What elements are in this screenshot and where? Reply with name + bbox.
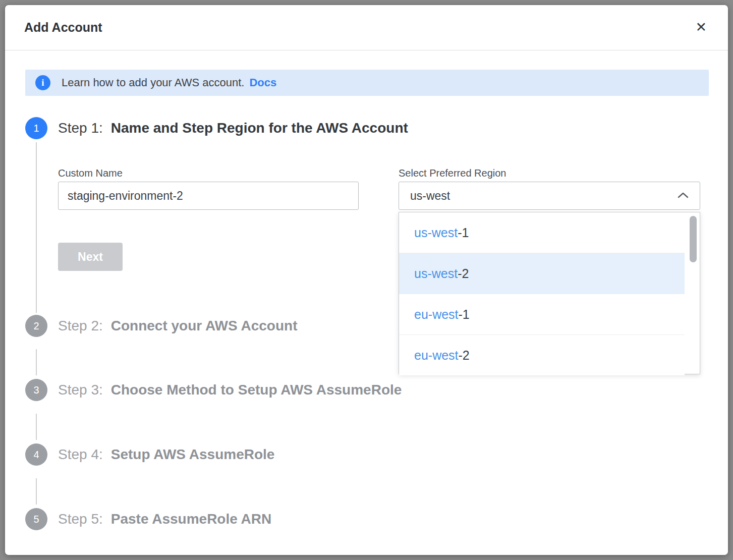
step-2-number: 2 <box>33 320 39 332</box>
region-dropdown: us-west-1 us-west-2 eu-west-1 eu-west-2 <box>399 212 700 374</box>
step-5-title: Paste AssumeRole ARN <box>111 511 271 527</box>
step-4-indicator: 4 <box>25 443 47 466</box>
region-option-list: us-west-1 us-west-2 eu-west-1 eu-west-2 <box>399 212 685 375</box>
option-match-text: us-west <box>414 226 458 240</box>
banner-text: Learn how to add your AWS account. <box>62 76 244 89</box>
step-5-label: Step 5: <box>58 511 103 527</box>
step-2-indicator: 2 <box>25 315 47 337</box>
region-option-eu-west-2[interactable]: eu-west-2 <box>399 334 685 375</box>
step-1-heading: Step 1: Name and Step Region for the AWS… <box>58 117 408 139</box>
region-option-eu-west-1[interactable]: eu-west-1 <box>399 294 685 334</box>
info-icon: i <box>35 75 50 90</box>
step-3-number: 3 <box>33 384 39 396</box>
region-select-value: us-west <box>410 189 450 203</box>
docs-link[interactable]: Docs <box>249 76 276 89</box>
close-icon[interactable]: ✕ <box>693 19 709 36</box>
region-label: Select Preferred Region <box>399 167 506 179</box>
step-2-heading: Step 2: Connect your AWS Account <box>58 315 297 337</box>
dropdown-scrollbar-thumb[interactable] <box>690 216 697 262</box>
option-match-text: eu-west <box>414 307 459 322</box>
option-rest-text: -1 <box>458 226 469 240</box>
option-match-text: eu-west <box>414 348 459 363</box>
step-3-heading: Step 3: Choose Method to Setup AWS Assum… <box>58 379 402 401</box>
step-4-number: 4 <box>33 449 39 461</box>
dropdown-scrollbar[interactable] <box>685 212 700 374</box>
modal-title: Add Account <box>24 20 102 35</box>
step-connector-2 <box>36 349 37 375</box>
step-3-indicator: 3 <box>25 379 47 401</box>
step-4-heading: Step 4: Setup AWS AssumeRole <box>58 443 274 466</box>
step-2-title: Connect your AWS Account <box>111 318 298 334</box>
option-rest-text: -1 <box>459 307 470 322</box>
step-1-label: Step 1: <box>58 120 103 136</box>
step-1-indicator: 1 <box>25 117 47 139</box>
step-4-title: Setup AWS AssumeRole <box>111 446 275 463</box>
step-2-label: Step 2: <box>58 318 103 334</box>
region-option-us-west-1[interactable]: us-west-1 <box>399 212 685 253</box>
step-5-heading: Step 5: Paste AssumeRole ARN <box>58 508 271 530</box>
option-match-text: us-west <box>414 266 458 281</box>
option-rest-text: -2 <box>459 348 470 363</box>
custom-name-label: Custom Name <box>58 167 123 179</box>
step-connector-3 <box>36 414 37 440</box>
step-4-label: Step 4: <box>58 446 103 463</box>
custom-name-input[interactable] <box>58 182 359 210</box>
option-rest-text: -2 <box>458 266 469 281</box>
next-button[interactable]: Next <box>58 243 123 271</box>
region-option-us-west-2[interactable]: us-west-2 <box>399 253 685 294</box>
step-3-title: Choose Method to Setup AWS AssumeRole <box>111 382 402 398</box>
info-banner: i Learn how to add your AWS account. Doc… <box>25 70 709 96</box>
step-5-number: 5 <box>33 514 39 525</box>
step-1-title: Name and Step Region for the AWS Account <box>111 120 408 136</box>
add-account-modal: Add Account ✕ i Learn how to add your AW… <box>5 5 728 555</box>
modal-header: Add Account ✕ <box>5 5 728 50</box>
chevron-up-icon <box>678 191 689 200</box>
region-select[interactable]: us-west <box>399 182 700 210</box>
step-1-number: 1 <box>33 123 39 134</box>
step-connector-1 <box>36 142 37 313</box>
step-3-label: Step 3: <box>58 382 103 398</box>
step-5-indicator: 5 <box>25 508 47 530</box>
step-connector-4 <box>36 478 37 505</box>
